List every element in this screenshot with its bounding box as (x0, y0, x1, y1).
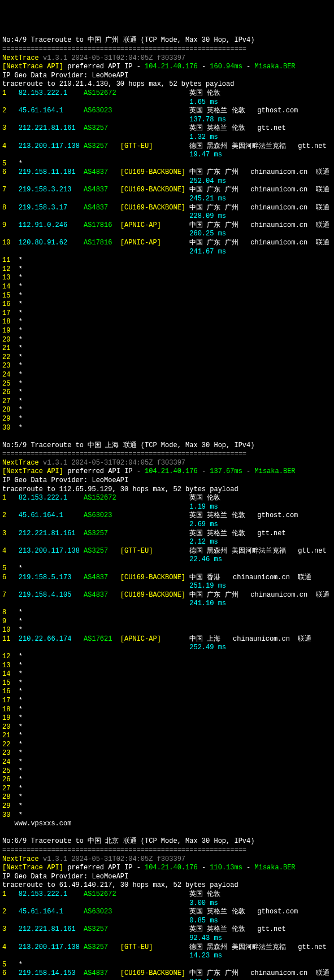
hop-row: 18 * (2, 706, 332, 715)
hop-row: 11 210.22.66.174 AS17621 [APNIC-AP] 中国 上… (2, 635, 332, 644)
hop-latency: 228.09 ms (2, 212, 332, 221)
hop-row: 7 219.158.3.213 AS4837 [CU169-BACKBONE] … (2, 186, 332, 195)
hop-row: 3 212.221.81.161 AS3257 英国 英格兰 伦敦 gtt.ne… (2, 925, 332, 934)
hop-latency: 137.78 ms (2, 116, 332, 125)
hop-latency: 252.49 ms (2, 644, 332, 653)
hop-latency: 2.12 ms (2, 538, 332, 547)
divider: ========================================… (2, 846, 332, 855)
hop-row: 1 82.153.222.1 AS152672 英国 伦敦 (2, 89, 332, 98)
hop-row: 20 * (2, 723, 332, 732)
hop-row: 5 * (2, 565, 332, 574)
hop-latency: 22.46 ms (2, 555, 332, 565)
hop-row: 9 112.91.0.246 AS17816 [APNIC-AP] 中国 广东 … (2, 221, 332, 230)
hop-latency: 92.43 ms (2, 934, 332, 943)
hop-row: 6 219.158.5.173 AS4837 [CU169-BACKBONE] … (2, 574, 332, 583)
hop-row: 1 82.153.222.1 AS152672 英国 伦敦 (2, 494, 332, 503)
hop-latency: 241.67 ms (2, 248, 332, 257)
hop-row: 26 * (2, 776, 332, 785)
geo-line: IP Geo Data Provider: LeoMoeAPI (2, 476, 332, 485)
hop-latency: 14.23 ms (2, 952, 332, 961)
hop-row: 6 219.158.11.181 AS4837 [CU169-BACKBONE]… (2, 168, 332, 177)
hop-row: 17 * (2, 309, 332, 318)
hop-row: 5 * (2, 160, 332, 169)
divider: ========================================… (2, 450, 332, 459)
hop-row: 12 * (2, 265, 332, 274)
hop-row: 14 * (2, 283, 332, 292)
hop-row: 2 45.61.164.1 AS63023 英国 英格兰 伦敦 gthost.c… (2, 908, 332, 917)
hop-latency: 19.47 ms (2, 151, 332, 160)
watermark: www.vpsxxs.com (2, 820, 332, 829)
nexttrace-line: NextTrace v1.3.1 2024-05-31T02:04:05Z f3… (2, 855, 332, 864)
hop-row: 15 * (2, 292, 332, 301)
hop-row: 25 * (2, 767, 332, 776)
hop-row: 19 * (2, 327, 332, 336)
hop-row: 28 * (2, 406, 332, 415)
hop-row: 22 * (2, 353, 332, 362)
hop-row: 17 * (2, 697, 332, 706)
hop-row: 29 * (2, 802, 332, 811)
hop-row: 2 45.61.164.1 AS63023 英国 英格兰 伦敦 gthost.c… (2, 511, 332, 520)
hop-row: 3 212.221.81.161 AS3257 英国 英格兰 伦敦 gtt.ne… (2, 124, 332, 133)
hop-latency: 0.85 ms (2, 917, 332, 926)
hop-row: 26 * (2, 388, 332, 397)
api-line: [NextTrace API] preferred API IP - 104.2… (2, 63, 332, 72)
hop-row: 30 * (2, 811, 332, 820)
hop-row: 16 * (2, 688, 332, 697)
hop-row: 25 * (2, 380, 332, 389)
hop-row: 23 * (2, 749, 332, 758)
trace-header: No:4/9 Traceroute to 中国 广州 联通 (TCP Mode,… (2, 36, 332, 45)
hop-row: 13 * (2, 662, 332, 671)
trace-header: No:6/9 Traceroute to 中国 北京 联通 (TCP Mode,… (2, 837, 332, 846)
hop-row: 8 * (2, 609, 332, 618)
hop-latency: 1.65 ms (2, 98, 332, 107)
hop-row: 10 120.80.91.62 AS17816 [APNIC-AP] 中国 广东… (2, 239, 332, 248)
hop-row: 27 * (2, 785, 332, 794)
hop-latency: 245.21 ms (2, 195, 332, 204)
hop-row: 9 * (2, 618, 332, 627)
hop-row: 20 * (2, 336, 332, 345)
hop-latency: 1.19 ms (2, 503, 332, 512)
traceroute-line: traceroute to 112.65.95.129, 30 hops max… (2, 485, 332, 495)
hop-row: 3 212.221.81.161 AS3257 英国 英格兰 伦敦 gtt.ne… (2, 530, 332, 539)
hop-row: 4 213.200.117.138 AS3257 [GTT-EU] 德国 黑森州… (2, 547, 332, 556)
hop-latency: 252.04 ms (2, 177, 332, 186)
traceroute-line: traceroute to 61.49.140.217, 30 hops max… (2, 881, 332, 890)
hop-row: 23 * (2, 362, 332, 371)
hop-row: 4 213.200.117.138 AS3257 [GTT-EU] 德国 黑森州… (2, 142, 332, 151)
hop-row: 13 * (2, 274, 332, 283)
hop-row: 21 * (2, 732, 332, 741)
hop-row: 29 * (2, 415, 332, 424)
hop-row: 4 213.200.117.138 AS3257 [GTT-EU] 德国 黑森州… (2, 943, 332, 952)
hop-row: 30 * (2, 424, 332, 433)
hop-row: 27 * (2, 397, 332, 406)
hop-row: 11 * (2, 256, 332, 265)
hop-row: 8 219.158.3.17 AS4837 [CU169-BACKBONE] 中… (2, 204, 332, 213)
hop-row: 16 * (2, 300, 332, 309)
blank-line (2, 829, 332, 838)
hop-row: 28 * (2, 793, 332, 802)
api-line: [NextTrace API] preferred API IP - 104.2… (2, 467, 332, 476)
hop-row: 15 * (2, 679, 332, 688)
hop-row: 10 * (2, 626, 332, 635)
divider: ========================================… (2, 45, 332, 54)
geo-line: IP Geo Data Provider: LeoMoeAPI (2, 72, 332, 81)
hop-latency: 2.69 ms (2, 520, 332, 530)
hop-row: 5 * (2, 961, 332, 970)
hop-row: 14 * (2, 670, 332, 679)
hop-row: 18 * (2, 318, 332, 327)
api-line: [NextTrace API] preferred API IP - 104.2… (2, 864, 332, 873)
terminal-output: No:4/9 Traceroute to 中国 广州 联通 (TCP Mode,… (2, 36, 332, 980)
hop-row: 21 * (2, 344, 332, 353)
hop-row: 1 82.153.222.1 AS152672 英国 伦敦 (2, 890, 332, 899)
hop-row: 24 * (2, 371, 332, 380)
hop-row: 19 * (2, 714, 332, 723)
hop-row: 24 * (2, 758, 332, 767)
hop-row: 12 * (2, 653, 332, 662)
hop-latency: 260.25 ms (2, 230, 332, 239)
hop-row: 22 * (2, 741, 332, 750)
hop-latency: 251.19 ms (2, 582, 332, 591)
hop-latency: 3.00 ms (2, 899, 332, 908)
nexttrace-line: NextTrace v1.3.1 2024-05-31T02:04:05Z f3… (2, 459, 332, 468)
hop-row: 7 219.158.4.105 AS4837 [CU169-BACKBONE] … (2, 591, 332, 600)
hop-latency: 1.32 ms (2, 133, 332, 142)
